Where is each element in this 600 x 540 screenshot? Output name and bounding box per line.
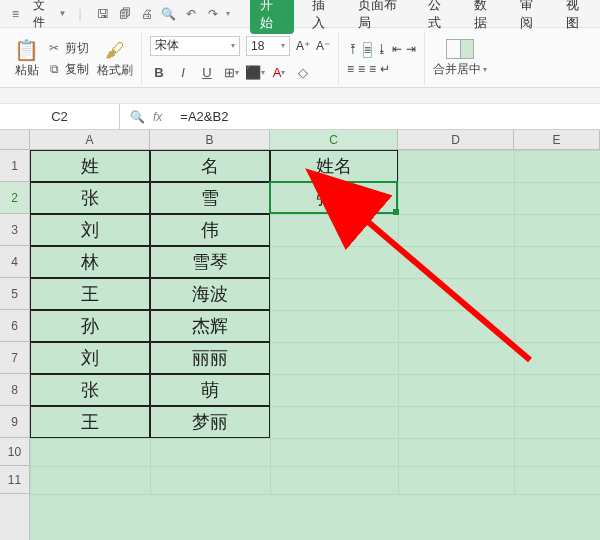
cell[interactable]: 萌	[150, 374, 270, 406]
tab-insert[interactable]: 插入	[308, 0, 340, 34]
merge-center-button[interactable]: 合并居中 ▾	[433, 39, 487, 78]
cell[interactable]: 雪琴	[150, 246, 270, 278]
separator: |	[75, 7, 86, 21]
column-headers: ABCDE	[0, 130, 600, 150]
name-box-value: C2	[51, 109, 68, 124]
merge-icon	[446, 39, 474, 59]
copy-label: 复制	[65, 61, 89, 78]
cell[interactable]: 丽丽	[150, 342, 270, 374]
chevron-down-icon: ▼	[59, 9, 67, 18]
ribbon-group-font: 宋体 ▾ 18 ▾ A⁺ A⁻ B I U ⊞▾ ⬛▾ A▾ ◇	[142, 32, 339, 85]
cell[interactable]: 杰辉	[150, 310, 270, 342]
font-size-select[interactable]: 18 ▾	[246, 36, 290, 56]
align-right-icon[interactable]: ≡	[369, 62, 376, 76]
name-box[interactable]: C2	[0, 104, 120, 129]
paste-button[interactable]: 📋 粘贴	[14, 38, 39, 79]
grid[interactable]: 姓名姓名张雪张雪刘伟林雪琴王海波孙杰辉刘丽丽张萌王梦丽	[30, 150, 600, 540]
save-icon[interactable]: 🖫	[94, 5, 112, 23]
cell[interactable]: 张	[30, 374, 150, 406]
font-name-value: 宋体	[155, 37, 179, 54]
ribbon: 📋 粘贴 ✂ 剪切 ⧉ 复制 🖌 格式刷 宋体 ▾	[0, 28, 600, 88]
tab-view[interactable]: 视图	[562, 0, 594, 34]
row-header[interactable]: 3	[0, 214, 29, 246]
row-header[interactable]: 8	[0, 374, 29, 406]
indent-increase-icon[interactable]: ⇥	[406, 42, 416, 58]
format-painter-icon: 🖌	[105, 39, 125, 62]
column-header[interactable]: B	[150, 130, 270, 149]
tab-page-layout[interactable]: 页面布局	[354, 0, 410, 34]
cell[interactable]: 林	[30, 246, 150, 278]
row-header[interactable]: 11	[0, 466, 29, 494]
column-header[interactable]: E	[514, 130, 600, 149]
align-bottom-icon[interactable]: ⭳	[376, 42, 388, 58]
wrap-text-icon[interactable]: ↵	[380, 62, 390, 76]
align-left-icon[interactable]: ≡	[347, 62, 354, 76]
save-as-icon[interactable]: 🗐	[116, 5, 134, 23]
fx-icon[interactable]: fx	[153, 110, 162, 124]
file-menu[interactable]: 文件 ▼	[27, 0, 72, 33]
undo-icon[interactable]: ↶	[182, 5, 200, 23]
fx-search-icon[interactable]: 🔍	[130, 110, 145, 124]
menubar: ≡ 文件 ▼ | 🖫 🗐 🖨 🔍 ↶ ↷ ▾ 开始 插入 页面布局 公式 数据 …	[0, 0, 600, 28]
row-header[interactable]: 7	[0, 342, 29, 374]
redo-icon[interactable]: ↷	[204, 5, 222, 23]
align-top-icon[interactable]: ⭱	[347, 42, 359, 58]
row-header[interactable]: 2	[0, 182, 29, 214]
format-painter-button[interactable]: 🖌 格式刷	[97, 39, 133, 79]
clear-format-button[interactable]: ◇	[294, 64, 312, 82]
font-color-button[interactable]: A▾	[270, 64, 288, 82]
row-header[interactable]: 4	[0, 246, 29, 278]
tab-formula[interactable]: 公式	[424, 0, 456, 34]
column-header[interactable]: C	[270, 130, 398, 149]
tab-review[interactable]: 审阅	[516, 0, 548, 34]
column-header[interactable]: D	[398, 130, 514, 149]
align-center-icon[interactable]: ≡	[358, 62, 365, 76]
row-header[interactable]: 9	[0, 406, 29, 438]
decrease-font-icon[interactable]: A⁻	[316, 39, 330, 53]
cell[interactable]: 张雪	[270, 182, 398, 214]
paste-label: 粘贴	[15, 62, 39, 79]
cell[interactable]: 孙	[30, 310, 150, 342]
cell[interactable]: 名	[150, 150, 270, 182]
cell[interactable]: 刘	[30, 214, 150, 246]
tab-data[interactable]: 数据	[470, 0, 502, 34]
chevron-down-icon: ▾	[231, 41, 235, 50]
spreadsheet[interactable]: ABCDE 1234567891011 姓名姓名张雪张雪刘伟林雪琴王海波孙杰辉刘…	[0, 130, 600, 540]
column-header[interactable]: A	[30, 130, 150, 149]
row-header[interactable]: 10	[0, 438, 29, 466]
formula-input[interactable]: =A2&B2	[172, 104, 600, 129]
font-name-select[interactable]: 宋体 ▾	[150, 36, 240, 56]
qat-more-icon[interactable]: ▾	[226, 9, 230, 18]
bold-button[interactable]: B	[150, 64, 168, 82]
cell[interactable]: 刘	[30, 342, 150, 374]
print-preview-icon[interactable]: 🔍	[160, 5, 178, 23]
row-header[interactable]: 6	[0, 310, 29, 342]
cell[interactable]: 王	[30, 406, 150, 438]
cell[interactable]: 海波	[150, 278, 270, 310]
tab-start[interactable]: 开始	[250, 0, 294, 34]
formula-bar: C2 🔍 fx =A2&B2	[0, 104, 600, 130]
cell[interactable]: 梦丽	[150, 406, 270, 438]
indent-decrease-icon[interactable]: ⇤	[392, 42, 402, 58]
increase-font-icon[interactable]: A⁺	[296, 39, 310, 53]
cell[interactable]: 伟	[150, 214, 270, 246]
print-icon[interactable]: 🖨	[138, 5, 156, 23]
app-menu-icon[interactable]: ≡	[6, 4, 25, 24]
formula-value: =A2&B2	[180, 109, 228, 124]
fill-color-button[interactable]: ⬛▾	[246, 64, 264, 82]
ribbon-tabs: 开始 插入 页面布局 公式 数据 审阅 视图	[250, 0, 594, 34]
cell[interactable]: 姓	[30, 150, 150, 182]
cell[interactable]: 张	[30, 182, 150, 214]
align-middle-icon[interactable]: ≡	[363, 42, 372, 58]
border-button[interactable]: ⊞▾	[222, 64, 240, 82]
italic-button[interactable]: I	[174, 64, 192, 82]
select-all-corner[interactable]	[0, 130, 30, 149]
copy-button[interactable]: ⧉ 复制	[45, 60, 91, 79]
cell[interactable]: 雪	[150, 182, 270, 214]
row-header[interactable]: 1	[0, 150, 29, 182]
row-header[interactable]: 5	[0, 278, 29, 310]
cut-button[interactable]: ✂ 剪切	[45, 39, 91, 58]
cell[interactable]: 王	[30, 278, 150, 310]
underline-button[interactable]: U	[198, 64, 216, 82]
cell[interactable]: 姓名	[270, 150, 398, 182]
